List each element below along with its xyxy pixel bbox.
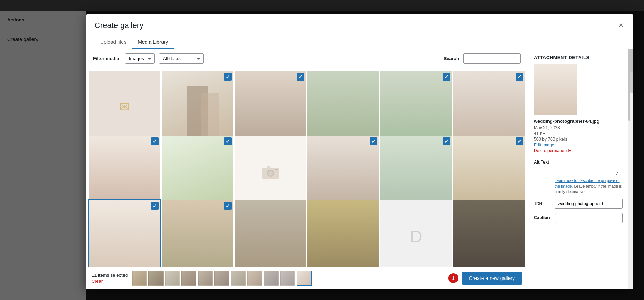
caption-input[interactable] [555, 213, 623, 223]
media-item-16[interactable] [307, 200, 379, 267]
media-item-11[interactable]: ✓ [380, 136, 452, 208]
thumbnail-11[interactable] [297, 271, 312, 286]
media-item-6[interactable]: ✓ [453, 71, 525, 143]
thumbnail-7[interactable] [231, 271, 246, 286]
media-item-9[interactable]: ⬤ [235, 136, 306, 208]
thumbnail-1[interactable] [132, 271, 147, 286]
modal-tabs: Upload files Media Library [86, 35, 633, 49]
clear-selection-link[interactable]: Clear [92, 279, 128, 284]
thumbnail-2[interactable] [148, 271, 164, 286]
thumbnail-3[interactable] [165, 271, 180, 286]
check-item-7: ✓ [151, 137, 159, 145]
selected-count-label: 11 items selected [92, 272, 128, 278]
step-badge: 1 [448, 273, 458, 283]
media-item-10[interactable]: ✓ [307, 136, 379, 208]
media-item-13[interactable]: ✓ [89, 200, 160, 267]
filter-type-select[interactable]: Images Audio Video [125, 53, 155, 64]
media-item-15[interactable] [235, 200, 306, 267]
media-item-7[interactable]: ✓ [89, 136, 160, 208]
alt-text-row: Alt Text Learn how to describe the purpo… [534, 158, 623, 194]
alt-text-help: Learn how to describe the purpose of the… [555, 178, 623, 194]
create-gallery-modal: Create gallery × Upload files Media Libr… [86, 14, 633, 289]
image-grid: ✉ ✓ ✓ [86, 68, 528, 267]
thumbnail-6[interactable] [214, 271, 229, 286]
filter-media-label: Filter media [93, 56, 119, 61]
media-item-17[interactable]: D [380, 200, 452, 267]
check-item-11: ✓ [443, 137, 450, 145]
alt-text-label: Alt Text [534, 158, 552, 165]
attachment-filename: wedding-photographer-64.jpg [534, 118, 623, 124]
check-item-13: ✓ [151, 202, 159, 210]
media-area: Filter media Images Audio Video All date… [86, 49, 528, 289]
create-new-gallery-button[interactable]: Create a new gallery [462, 272, 522, 285]
title-label: Title [534, 199, 552, 206]
check-item-8: ✓ [224, 137, 232, 145]
caption-row: Caption [534, 213, 623, 223]
media-item-2[interactable]: ✓ [162, 71, 233, 143]
thumbnail-strip [132, 271, 444, 286]
media-item-3[interactable]: ✓ [235, 71, 306, 143]
modal-body: Filter media Images Audio Video All date… [86, 49, 633, 289]
svg-point-2 [268, 171, 273, 176]
thumbnail-9[interactable] [264, 271, 279, 286]
bottom-bar: 11 items selected Clear [86, 267, 528, 289]
thumbnail-4[interactable] [181, 271, 196, 286]
check-item-3: ✓ [297, 73, 304, 81]
check-item-2: ✓ [224, 73, 232, 81]
svg-rect-4 [275, 169, 278, 170]
create-gallery-btn-wrap: 1 Create a new gallery [448, 272, 522, 285]
tab-media-library[interactable]: Media Library [132, 35, 174, 49]
filter-bar: Filter media Images Audio Video All date… [86, 49, 528, 68]
search-input[interactable] [463, 53, 521, 64]
filter-date-select[interactable]: All dates January 2023 February 2023 Mar… [159, 53, 204, 64]
modal-title: Create gallery [94, 21, 143, 30]
attachment-thumbnail [534, 64, 577, 115]
attachment-details-panel: ATTACHMENT DETAILS wedding-photographer-… [528, 49, 628, 289]
svg-rect-3 [267, 166, 270, 169]
media-item-5[interactable]: ✓ [380, 71, 452, 143]
media-item-18[interactable] [453, 200, 525, 267]
modal-close-button[interactable]: × [617, 20, 625, 31]
caption-label: Caption [534, 213, 552, 220]
media-item-8[interactable]: ✓ [162, 136, 233, 208]
delete-permanently-link[interactable]: Delete permanently [534, 148, 623, 153]
thumbnail-8[interactable] [247, 271, 262, 286]
media-item-1[interactable]: ✉ [89, 71, 160, 143]
media-item-12[interactable]: ✓ [453, 136, 525, 208]
modal-header: Create gallery × [86, 14, 633, 35]
attachment-dimensions: 500 by 700 pixels [534, 137, 623, 142]
thumbnail-5[interactable] [198, 271, 213, 286]
attachment-details-title: ATTACHMENT DETAILS [534, 55, 623, 60]
check-item-10: ✓ [370, 137, 377, 145]
title-row: Title [534, 199, 623, 209]
attachment-filesize: 41 KB [534, 131, 623, 136]
check-item-5: ✓ [443, 73, 450, 81]
media-item-14[interactable]: ✓ [162, 200, 233, 267]
alt-text-input[interactable] [555, 158, 618, 175]
tab-upload-files[interactable]: Upload files [94, 35, 132, 49]
check-item-14: ✓ [224, 202, 232, 210]
check-item-6: ✓ [516, 73, 523, 81]
edit-image-link[interactable]: Edit Image [534, 142, 623, 147]
thumbnail-10[interactable] [280, 271, 295, 286]
search-label: Search [444, 56, 459, 61]
title-input[interactable] [555, 199, 623, 209]
check-item-12: ✓ [516, 137, 523, 145]
media-item-4[interactable] [307, 71, 379, 143]
attachment-date: May 21, 2023 [534, 125, 623, 130]
